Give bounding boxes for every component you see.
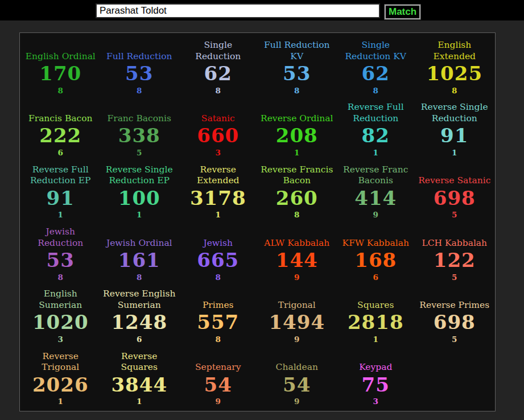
cipher-value: 1025 bbox=[426, 64, 482, 84]
cipher-reduced-digit: 9 bbox=[294, 397, 299, 406]
cipher-reduced-digit: 9 bbox=[294, 273, 299, 282]
cipher-value: 75 bbox=[362, 375, 390, 396]
cipher-cell: Jewish Ordinal 161 8 bbox=[100, 222, 179, 284]
top-search-bar: Match bbox=[0, 0, 524, 20]
cipher-name: Squares bbox=[357, 288, 394, 311]
cipher-name: English Ordinal bbox=[26, 39, 96, 62]
cipher-name: Full Reduction bbox=[106, 39, 172, 62]
cipher-value: 82 bbox=[362, 126, 390, 146]
cipher-cell: Keypad 75 3 bbox=[336, 347, 415, 409]
cipher-value: 1020 bbox=[32, 312, 89, 333]
cipher-cell: Squares 2818 1 bbox=[336, 284, 415, 346]
cipher-cell: Franc Baconis 338 5 bbox=[100, 97, 179, 159]
cipher-reduced-digit: 3 bbox=[373, 397, 378, 406]
cipher-cell: KFW Kabbalah 168 6 bbox=[336, 222, 415, 284]
cipher-cell: Jewish 665 8 bbox=[179, 222, 258, 284]
cipher-value: 260 bbox=[276, 188, 318, 209]
cipher-value: 3844 bbox=[111, 375, 167, 396]
cipher-name: English Extended bbox=[434, 39, 476, 62]
cipher-cell: Jewish Reduction 53 8 bbox=[21, 222, 100, 284]
cipher-cell: Septenary 54 9 bbox=[179, 347, 258, 409]
cipher-reduced-digit: 9 bbox=[294, 335, 299, 344]
cipher-value: 1248 bbox=[111, 312, 167, 333]
cipher-cell: LCH Kabbalah 122 5 bbox=[415, 222, 494, 284]
cipher-cell: Single Reduction KV 62 8 bbox=[336, 35, 415, 97]
cipher-name: Reverse Full Reduction EP bbox=[30, 164, 91, 187]
cipher-reduced-digit: 5 bbox=[452, 210, 457, 219]
cipher-value: 3178 bbox=[190, 188, 246, 209]
cipher-reduced-digit: 5 bbox=[137, 148, 142, 157]
cipher-reduced-digit: 8 bbox=[216, 86, 221, 95]
cipher-value: 2818 bbox=[348, 312, 404, 333]
cipher-reduced-digit: 8 bbox=[58, 86, 63, 95]
cipher-value: 1494 bbox=[269, 312, 325, 333]
cipher-cell: Reverse Single Reduction 91 1 bbox=[415, 97, 494, 159]
cipher-value: 53 bbox=[283, 64, 311, 84]
cipher-reduced-digit: 1 bbox=[137, 210, 142, 219]
cipher-value: 338 bbox=[118, 126, 160, 146]
cipher-cell: Reverse Ordinal 208 1 bbox=[258, 97, 337, 159]
cipher-name: Single Reduction bbox=[195, 39, 241, 62]
cipher-value: 54 bbox=[204, 375, 232, 396]
cipher-cell: Reverse Francis Bacon 260 8 bbox=[258, 160, 337, 222]
cipher-name: Full Reduction KV bbox=[264, 39, 330, 62]
cipher-cell: Reverse English Sumerian 1248 6 bbox=[100, 284, 179, 346]
cipher-value: 144 bbox=[276, 250, 318, 271]
cipher-name: Reverse English Sumerian bbox=[103, 288, 175, 311]
cipher-value: 122 bbox=[434, 250, 476, 271]
cipher-value: 698 bbox=[434, 312, 476, 333]
cipher-cell: Reverse Extended 3178 1 bbox=[179, 160, 258, 222]
cipher-reduced-digit: 1 bbox=[58, 210, 63, 219]
cipher-reduced-digit: 1 bbox=[373, 335, 378, 344]
cipher-value: 100 bbox=[118, 188, 160, 209]
cipher-name: Reverse Squares bbox=[121, 351, 158, 373]
cipher-name: Keypad bbox=[359, 351, 392, 373]
cipher-name: English Sumerian bbox=[39, 288, 82, 311]
cipher-reduced-digit: 3 bbox=[58, 335, 63, 344]
cipher-name: Reverse Primes bbox=[419, 288, 489, 311]
cipher-cell: English Extended 1025 8 bbox=[415, 35, 494, 97]
cipher-reduced-digit: 6 bbox=[137, 335, 142, 344]
cipher-value: 161 bbox=[118, 250, 160, 271]
cipher-cell: English Ordinal 170 8 bbox=[21, 35, 100, 97]
cipher-reduced-digit: 9 bbox=[373, 210, 378, 219]
cipher-grid: English Ordinal 170 8 Full Reduction 53 … bbox=[20, 33, 495, 411]
cipher-name: Satanic bbox=[201, 101, 235, 124]
cipher-cell: Satanic 660 3 bbox=[179, 97, 258, 159]
cipher-reduced-digit: 8 bbox=[216, 273, 221, 282]
cipher-cell: Reverse Single Reduction EP 100 1 bbox=[100, 160, 179, 222]
cipher-name: Reverse Single Reduction bbox=[421, 101, 488, 124]
cipher-reduced-digit: 8 bbox=[58, 273, 63, 282]
cipher-reduced-digit: 8 bbox=[137, 273, 142, 282]
cipher-cell: Reverse Franc Baconis 414 9 bbox=[336, 160, 415, 222]
cipher-reduced-digit: 8 bbox=[294, 86, 299, 95]
cipher-value: 53 bbox=[125, 64, 153, 84]
cipher-name: Trigonal bbox=[278, 288, 316, 311]
cipher-cell: Single Reduction 62 8 bbox=[179, 35, 258, 97]
cipher-name: Septenary bbox=[195, 351, 241, 373]
cipher-reduced-digit: 1 bbox=[216, 210, 221, 219]
cipher-reduced-digit: 1 bbox=[294, 148, 299, 157]
cipher-value: 62 bbox=[204, 64, 232, 84]
cipher-cell: Trigonal 1494 9 bbox=[258, 284, 337, 346]
cipher-name: ALW Kabbalah bbox=[264, 226, 329, 249]
match-button[interactable]: Match bbox=[385, 5, 420, 19]
cipher-name: Jewish Ordinal bbox=[106, 226, 172, 249]
cipher-cell: Reverse Trigonal 2026 1 bbox=[21, 347, 100, 409]
cipher-value: 168 bbox=[354, 250, 397, 271]
cipher-name: Reverse Satanic bbox=[418, 164, 490, 187]
cipher-reduced-digit: 9 bbox=[216, 397, 221, 406]
cipher-name: Single Reduction KV bbox=[345, 39, 406, 62]
phrase-input[interactable] bbox=[96, 3, 380, 18]
cipher-reduced-digit: 5 bbox=[452, 273, 457, 282]
cipher-cell: Reverse Full Reduction 82 1 bbox=[336, 97, 415, 159]
cipher-name: LCH Kabbalah bbox=[422, 226, 487, 249]
cipher-cell: Reverse Squares 3844 1 bbox=[100, 347, 179, 409]
cipher-value: 170 bbox=[39, 64, 81, 84]
cipher-value: 91 bbox=[47, 188, 75, 209]
cipher-name: Chaldean bbox=[276, 351, 318, 373]
cipher-cell: ALW Kabbalah 144 9 bbox=[258, 222, 337, 284]
cipher-cell: Reverse Full Reduction EP 91 1 bbox=[21, 160, 100, 222]
cipher-reduced-digit: 8 bbox=[373, 86, 378, 95]
cipher-cell: Francis Bacon 222 6 bbox=[21, 97, 100, 159]
